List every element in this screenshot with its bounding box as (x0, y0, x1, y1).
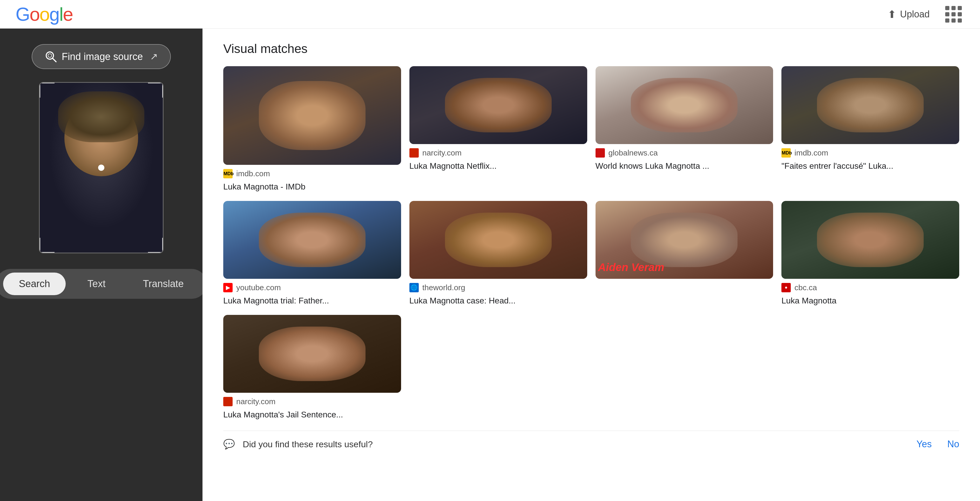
cbc-favicon: ● (781, 283, 791, 292)
match-card-8[interactable]: ● cbc.ca Luka Magnotta (781, 201, 959, 307)
match-card-9[interactable]: ≡ narcity.com Luka Magnotta's Jail Sente… (223, 315, 401, 420)
youtube-favicon: ▶ (223, 283, 232, 292)
match-title-5: Luka Magnotta trial: Father... (223, 295, 401, 307)
svg-line-1 (52, 58, 56, 62)
match-source-9: ≡ narcity.com (223, 397, 401, 406)
match-source-3: ▶ globalnews.ca (595, 148, 773, 157)
center-point (98, 165, 104, 171)
match-image-3 (595, 66, 773, 144)
feedback-no-button[interactable]: No (947, 439, 959, 450)
matches-grid: IMDb imdb.com Luka Magnotta - IMDb ≡ nar… (223, 66, 959, 420)
feedback-question: Did you find these results useful? (243, 439, 908, 449)
mode-buttons: Search Text Translate (0, 269, 207, 299)
right-panel: Visual matches IMDb imdb.com Luka Magnot… (202, 29, 980, 501)
match-source-2: ≡ narcity.com (409, 148, 587, 157)
feedback-yes-button[interactable]: Yes (916, 439, 932, 450)
translate-mode-button[interactable]: Translate (127, 273, 199, 295)
match-image-5 (223, 201, 401, 279)
source-name-8: cbc.ca (794, 283, 817, 292)
match-title-1: Luka Magnotta - IMDb (223, 181, 401, 192)
match-image-7: Aiden Veram (595, 201, 773, 279)
match-source-5: ▶ youtube.com (223, 283, 401, 292)
match-image-2 (409, 66, 587, 144)
google-logo: Google (16, 4, 73, 25)
feedback-icon: 💬 (223, 439, 235, 450)
match-source-6: 🌐 theworld.org (409, 283, 587, 292)
match-title-4: "Faites entrer l'accusé" Luka... (781, 160, 959, 172)
text-mode-button[interactable]: Text (72, 273, 121, 295)
match-card-1[interactable]: IMDb imdb.com Luka Magnotta - IMDb (223, 66, 401, 192)
match-card-7[interactable]: Aiden Veram (595, 201, 773, 307)
match-card-4[interactable]: IMDb imdb.com "Faites entrer l'accusé" L… (781, 66, 959, 192)
corner-bracket-tr (148, 82, 164, 98)
apps-button[interactable] (943, 3, 964, 25)
find-image-source-button[interactable]: Find image source ↗ (32, 44, 171, 69)
svg-point-2 (48, 54, 52, 57)
match-image-4 (781, 66, 959, 144)
source-name-3: globalnews.ca (609, 148, 658, 157)
match-title-2: Luka Magnotta Netflix... (409, 160, 587, 172)
narcity-favicon-2: ≡ (223, 397, 232, 406)
imdb-favicon-2: IMDb (781, 148, 791, 157)
match-title-3: World knows Luka Magnotta ... (595, 160, 773, 172)
match-card-2[interactable]: ≡ narcity.com Luka Magnotta Netflix... (409, 66, 587, 192)
match-card-5[interactable]: ▶ youtube.com Luka Magnotta trial: Fathe… (223, 201, 401, 307)
theworld-favicon: 🌐 (409, 283, 419, 292)
match-image-9 (223, 315, 401, 393)
uploaded-image (39, 82, 164, 253)
corner-bracket-bl (39, 238, 54, 253)
overlay-text: Aiden Veram (598, 261, 664, 274)
external-link-icon: ↗ (150, 51, 158, 62)
match-image-6 (409, 201, 587, 279)
match-source-4: IMDb imdb.com (781, 148, 959, 157)
source-name-5: youtube.com (236, 283, 281, 292)
match-image-8 (781, 201, 959, 279)
imdb-favicon-1: IMDb (223, 169, 232, 178)
corner-bracket-br (148, 238, 164, 253)
match-source-1: IMDb imdb.com (223, 169, 401, 178)
match-title-6: Luka Magnotta case: Head... (409, 295, 587, 307)
upload-button[interactable]: ⬆ Upload (888, 8, 930, 20)
globalnews-favicon: ▶ (595, 148, 605, 157)
match-card-3[interactable]: ▶ globalnews.ca World knows Luka Magnott… (595, 66, 773, 192)
match-source-8: ● cbc.ca (781, 283, 959, 292)
main-content: Find image source ↗ Search Text Translat… (0, 29, 980, 501)
source-name-2: narcity.com (422, 148, 461, 157)
match-title-8: Luka Magnotta (781, 295, 959, 307)
match-title-9: Luka Magnotta's Jail Sentence... (223, 409, 401, 420)
lens-icon (45, 50, 57, 63)
source-name-6: theworld.org (422, 283, 465, 292)
corner-bracket-tl (39, 82, 54, 98)
source-name-9: narcity.com (236, 397, 275, 406)
match-card-6[interactable]: 🌐 theworld.org Luka Magnotta case: Head.… (409, 201, 587, 307)
left-panel: Find image source ↗ Search Text Translat… (0, 29, 202, 501)
upload-label: Upload (900, 9, 930, 20)
source-name-4: imdb.com (794, 148, 828, 157)
feedback-bar: 💬 Did you find these results useful? Yes… (223, 431, 959, 457)
match-image-1 (223, 66, 401, 165)
source-name-1: imdb.com (236, 169, 270, 178)
search-mode-button[interactable]: Search (3, 273, 65, 295)
upload-icon: ⬆ (888, 8, 896, 20)
visual-matches-title: Visual matches (223, 41, 959, 56)
header: Google ⬆ Upload (0, 0, 980, 29)
narcity-favicon-1: ≡ (409, 148, 419, 157)
header-right: ⬆ Upload (888, 3, 964, 25)
find-source-label: Find image source (62, 51, 143, 62)
